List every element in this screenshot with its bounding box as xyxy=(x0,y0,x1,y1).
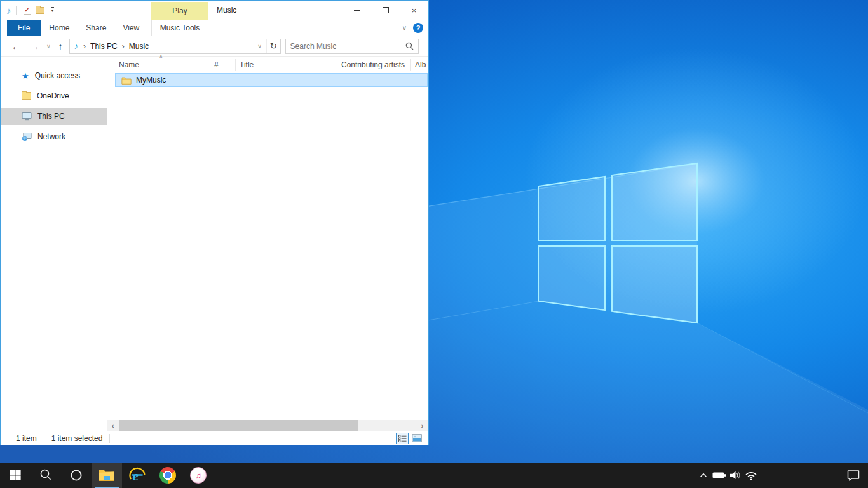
column-label: # xyxy=(214,60,219,69)
onedrive-icon xyxy=(22,92,31,100)
sidebar-item-network[interactable]: Network xyxy=(1,128,107,145)
column-header-contributing-artists[interactable]: Contributing artists xyxy=(337,59,411,71)
recent-locations-button[interactable]: ∨ xyxy=(46,43,51,50)
window-controls: × xyxy=(342,1,428,20)
battery-icon xyxy=(712,471,726,480)
address-dropdown-button[interactable]: ∨ xyxy=(254,43,266,50)
speaker-icon xyxy=(729,470,742,480)
sort-ascending-icon: ∧ xyxy=(159,53,163,60)
column-header-album[interactable]: Alb xyxy=(411,59,428,71)
ribbon-collapse-button[interactable]: ∨ xyxy=(402,24,407,31)
music-note-icon: ♪ xyxy=(6,6,11,15)
network-icon xyxy=(22,132,32,141)
address-bar[interactable]: ♪ › This PC › Music ∨ ↻ xyxy=(69,39,281,54)
battery-indicator[interactable] xyxy=(711,463,727,488)
window-title: Music xyxy=(217,1,236,20)
maximize-button[interactable] xyxy=(371,1,400,20)
breadcrumb-separator: › xyxy=(81,42,88,51)
folder-icon xyxy=(121,76,132,85)
column-label: Name xyxy=(119,60,139,69)
help-button[interactable]: ? xyxy=(413,23,423,33)
new-folder-icon xyxy=(36,7,44,14)
scroll-left-button[interactable]: ‹ xyxy=(107,420,118,431)
tab-share[interactable]: Share xyxy=(78,20,114,36)
ribbon-right-controls: ∨ ? xyxy=(402,20,423,36)
thumbnail-view-icon xyxy=(412,434,422,442)
start-button[interactable] xyxy=(0,463,31,488)
tab-music-tools[interactable]: Music Tools xyxy=(151,20,208,36)
sidebar-item-label: Quick access xyxy=(35,71,80,80)
wifi-indicator[interactable] xyxy=(743,463,759,488)
file-row-mymusic[interactable]: MyMusic xyxy=(115,73,428,87)
file-rows: MyMusic xyxy=(115,73,428,87)
navigation-bar: ← → ∨ ↑ ♪ › This PC › Music ∨ ↻ xyxy=(1,36,428,57)
explorer-content: ★ Quick access OneDrive This PC xyxy=(1,57,428,431)
horizontal-scrollbar[interactable]: ‹ › xyxy=(107,420,428,431)
volume-indicator[interactable] xyxy=(727,463,743,488)
cortana-button[interactable] xyxy=(61,463,92,488)
column-header-title[interactable]: Title xyxy=(236,59,337,71)
tab-file[interactable]: File xyxy=(7,20,41,36)
column-header-number[interactable]: # xyxy=(210,59,236,71)
file-explorer-window: ♪ ✓ ▾ Play Music × File Home Shar xyxy=(0,0,429,445)
breadcrumb-this-pc[interactable]: This PC xyxy=(88,42,120,51)
qat-properties-button[interactable]: ✓ xyxy=(21,3,34,17)
action-center-button[interactable] xyxy=(839,463,868,488)
item-count: 1 item xyxy=(16,434,44,443)
sidebar-item-this-pc[interactable]: This PC xyxy=(1,108,107,125)
sidebar-item-label: This PC xyxy=(37,112,65,121)
details-view-button[interactable] xyxy=(396,433,409,444)
address-music-icon: ♪ xyxy=(74,41,79,51)
close-button[interactable]: × xyxy=(400,1,428,20)
tab-home[interactable]: Home xyxy=(41,20,78,36)
taskbar-file-explorer-button[interactable] xyxy=(92,463,122,488)
chrome-button[interactable] xyxy=(153,463,183,488)
itunes-button[interactable]: ♫ xyxy=(183,463,214,488)
search-icon xyxy=(405,42,414,50)
scrollbar-thumb[interactable] xyxy=(119,420,358,431)
ribbon-tab-row: File Home Share View Music Tools ∨ ? xyxy=(1,20,428,36)
this-pc-monitor-icon xyxy=(22,112,32,121)
breadcrumb-separator: › xyxy=(120,42,126,51)
search-input[interactable] xyxy=(290,42,405,51)
scrollbar-track[interactable] xyxy=(118,420,417,431)
chevron-up-icon xyxy=(698,470,709,480)
minimize-icon xyxy=(354,10,360,11)
maximize-icon xyxy=(383,7,389,13)
sidebar-item-quick-access[interactable]: ★ Quick access xyxy=(1,67,107,84)
file-explorer-icon xyxy=(98,468,115,482)
titlebar-separator xyxy=(64,6,64,15)
titlebar-separator xyxy=(16,6,17,15)
column-header-name[interactable]: Name ∧ xyxy=(115,59,210,71)
status-bar: 1 item 1 item selected xyxy=(1,431,428,445)
internet-explorer-button[interactable]: e xyxy=(122,463,153,488)
screen: ♪ ✓ ▾ Play Music × File Home Shar xyxy=(0,0,868,488)
titlebar[interactable]: ♪ ✓ ▾ Play Music × xyxy=(1,1,428,20)
forward-button[interactable]: → xyxy=(31,41,39,51)
chrome-icon xyxy=(159,467,176,484)
system-tray xyxy=(695,463,868,488)
tab-view[interactable]: View xyxy=(114,20,147,36)
scroll-right-button[interactable]: › xyxy=(417,420,428,431)
back-button[interactable]: ← xyxy=(11,41,20,51)
taskbar-search-button[interactable] xyxy=(31,463,61,488)
tray-expand-button[interactable] xyxy=(695,463,711,488)
file-list-pane[interactable]: Name ∧ # Title Contributing artists Alb xyxy=(107,57,428,431)
properties-check-icon: ✓ xyxy=(24,6,31,15)
sidebar-item-label: OneDrive xyxy=(37,92,69,100)
up-button[interactable]: ↑ xyxy=(58,41,63,51)
contextual-tab-group-label: Play xyxy=(151,2,208,20)
search-icon xyxy=(39,468,53,482)
refresh-button[interactable]: ↻ xyxy=(266,39,280,53)
search-box[interactable] xyxy=(285,39,419,54)
thumbnail-view-button[interactable] xyxy=(410,433,423,444)
minimize-button[interactable] xyxy=(342,1,371,20)
qat-new-folder-button[interactable] xyxy=(34,3,46,17)
column-label: Title xyxy=(240,60,254,69)
qat-customize-button[interactable]: ▾ xyxy=(46,3,59,17)
details-view-icon xyxy=(398,435,407,442)
action-center-icon xyxy=(846,470,860,481)
sidebar-item-onedrive[interactable]: OneDrive xyxy=(1,88,107,104)
breadcrumb-music[interactable]: Music xyxy=(126,42,151,51)
close-icon: × xyxy=(412,6,417,15)
